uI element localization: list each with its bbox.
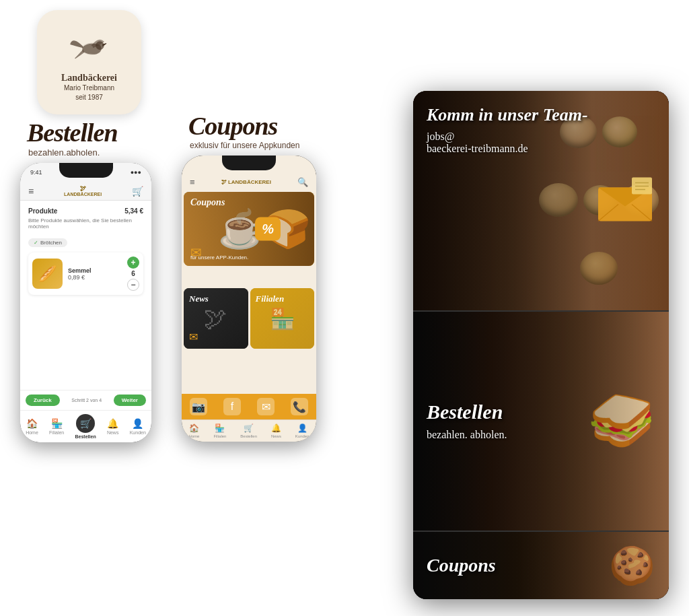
product-item: 🥖 Semmel 0,89 € + 6 − bbox=[28, 252, 143, 295]
product-desc: Bitte Produkte auswählen, die Sie bestel… bbox=[28, 217, 143, 230]
phone1-section-subtitle: bezahlen.abholen. bbox=[28, 147, 100, 158]
tablet-text-3: Coupons bbox=[427, 555, 496, 576]
nav-cart-icon: 🛒 bbox=[76, 414, 95, 433]
qty-minus-btn[interactable]: − bbox=[127, 279, 139, 291]
menu-icon: ≡ bbox=[28, 186, 34, 197]
phone1-nav: 🏠 Home 🏪 Filialen 🛒 Bestellen 🔔 News 👤 bbox=[20, 410, 151, 442]
nav-kunden[interactable]: 👤 Kunden bbox=[130, 418, 146, 435]
tablet-heading-3: Coupons bbox=[427, 555, 496, 576]
phone2-social-bar: 📷 f ✉ 📞 bbox=[182, 394, 316, 419]
tablet-screen: Komm in unser Team- jobs@ baeckerei-trei… bbox=[413, 91, 669, 599]
tablet-section3: 🍪 Coupons bbox=[413, 532, 669, 599]
coupon-top: ☕🍞 Coupons % ✉ für unsere APP-Kunden. bbox=[184, 192, 314, 266]
tablet-text-1: Komm in unser Team- jobs@ baeckerei-trei… bbox=[427, 104, 588, 155]
phone1: 9:41 ●●● ≡ 🕊 LANDBÄCKEREI 🛒 Produkte 5,3… bbox=[20, 163, 151, 442]
phone2-nav-bestellen[interactable]: 🛒 Bestellen bbox=[240, 423, 257, 438]
tablet-email: jobs@ baeckerei-treibmann.de bbox=[427, 131, 588, 155]
next-button[interactable]: Weiter bbox=[114, 395, 146, 406]
phone1-bottom-bar: Zurück Schritt 2 von 4 Weiter bbox=[20, 390, 151, 410]
news-envelope-icon: ✉ bbox=[189, 331, 198, 343]
app-icon-title: Landbäckerei bbox=[61, 73, 117, 83]
phone1-content: Produkte 5,34 € Bitte Produkte auswählen… bbox=[20, 201, 151, 390]
nav-filialen[interactable]: 🏪 Filialen bbox=[49, 418, 64, 435]
coupon-bottom-text: für unsere APP-Kunden. bbox=[190, 254, 248, 261]
cart-icon: 🛒 bbox=[132, 186, 143, 197]
coupon-news-label: News bbox=[189, 294, 209, 304]
coupons-grid: ☕🍞 Coupons % ✉ für unsere APP-Kunden. bbox=[182, 190, 316, 394]
phone2-section-subtitle: exklusiv für unsere Appkunden bbox=[190, 141, 299, 150]
tablet-envelope-icon bbox=[595, 174, 655, 227]
product-image: 🥖 bbox=[32, 259, 63, 289]
coupon-filialen-cell: 🏪 Filialen bbox=[250, 288, 315, 349]
phone2-logo: 🕊 LANDBÄCKEREI bbox=[221, 179, 271, 185]
app-icon: Landbäckerei Mario Treibmann seit 1987 bbox=[37, 10, 141, 114]
phone2-notch bbox=[222, 156, 276, 170]
tablet-section1: Komm in unser Team- jobs@ baeckerei-trei… bbox=[413, 91, 669, 310]
phone2-nav-kunden[interactable]: 👤 Kunden bbox=[295, 423, 310, 438]
phone1-header: ≡ 🕊 LANDBÄCKEREI 🛒 bbox=[20, 182, 151, 201]
product-tag: ✓ Brötchen bbox=[28, 238, 67, 247]
phone2-section-title: Coupons bbox=[188, 111, 277, 141]
app-icon-bird bbox=[66, 23, 113, 70]
phone2-nav-home[interactable]: 🏠 Home bbox=[188, 423, 199, 438]
tablet-heading-1: Komm in unser Team- bbox=[427, 104, 588, 125]
phone1-section-title: Bestellen bbox=[27, 118, 118, 147]
phone2-screen: ≡ 🕊 LANDBÄCKEREI 🔍 ☕🍞 Coupons % bbox=[182, 156, 316, 442]
phone2-header: ≡ 🕊 LANDBÄCKEREI 🔍 bbox=[182, 174, 316, 190]
tablet-section2: 🥪 Bestellen bezahlen. abholen. bbox=[413, 312, 669, 531]
phone1-screen: 9:41 ●●● ≡ 🕊 LANDBÄCKEREI 🛒 Produkte 5,3… bbox=[20, 163, 151, 442]
app-icon-subtitle: Mario Treibmann seit 1987 bbox=[64, 83, 114, 102]
nav-news[interactable]: 🔔 News bbox=[107, 418, 119, 435]
coupon-top-label: Coupons bbox=[190, 197, 225, 208]
instagram-icon[interactable]: 📷 bbox=[190, 398, 207, 415]
tablet-subtext-2: bezahlen. abholen. bbox=[427, 429, 507, 441]
back-button[interactable]: Zurück bbox=[26, 395, 60, 406]
phone1-logo: 🕊 LANDBÄCKEREI bbox=[64, 185, 102, 197]
product-header: Produkte 5,34 € bbox=[28, 207, 143, 215]
search-icon-2: 🔍 bbox=[297, 177, 308, 187]
nav-bestellen[interactable]: 🛒 Bestellen bbox=[75, 414, 96, 439]
coupon-percent: % bbox=[255, 217, 281, 241]
phone-icon[interactable]: 📞 bbox=[291, 398, 308, 415]
phone2: ≡ 🕊 LANDBÄCKEREI 🔍 ☕🍞 Coupons % bbox=[182, 156, 316, 442]
qty-plus-btn[interactable]: + bbox=[127, 256, 139, 269]
phone2-nav-filialen[interactable]: 🏪 Filialen bbox=[213, 423, 226, 438]
nav-home[interactable]: 🏠 Home bbox=[26, 418, 38, 435]
phone1-notch bbox=[59, 163, 113, 178]
tablet: Komm in unser Team- jobs@ baeckerei-trei… bbox=[413, 91, 669, 599]
tablet-heading-2: Bestellen bbox=[427, 401, 507, 423]
product-price: 5,34 € bbox=[124, 207, 143, 215]
coupon-news-cell: 🕊 News ✉ bbox=[184, 288, 248, 349]
tablet-container: Komm in unser Team- jobs@ baeckerei-trei… bbox=[413, 91, 669, 599]
phone2-nav-news[interactable]: 🔔 News bbox=[271, 423, 281, 438]
menu-icon-2: ≡ bbox=[190, 177, 195, 187]
product-info: Semmel 0,89 € bbox=[68, 267, 122, 281]
product-controls[interactable]: + 6 − bbox=[127, 256, 139, 291]
tablet-text-2: Bestellen bezahlen. abholen. bbox=[427, 401, 507, 441]
qty-number: 6 bbox=[131, 270, 135, 277]
facebook-icon[interactable]: f bbox=[223, 398, 241, 415]
coupon-filialen-label: Filialen bbox=[256, 294, 285, 304]
phone2-container: Coupons exklusiv für unsere Appkunden ≡ … bbox=[182, 111, 316, 442]
email-icon[interactable]: ✉ bbox=[257, 398, 275, 415]
phone2-nav: 🏠 Home 🏪 Filialen 🛒 Bestellen 🔔 News 👤 bbox=[182, 419, 316, 442]
phone1-container: Bestellen bezahlen.abholen. 9:41 ●●● ≡ 🕊… bbox=[20, 118, 151, 442]
product-title: Produkte bbox=[28, 207, 57, 215]
step-text: Schritt 2 von 4 bbox=[71, 398, 102, 403]
